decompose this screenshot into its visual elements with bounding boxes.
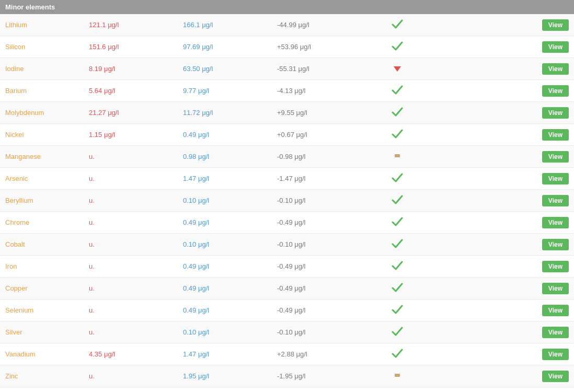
element-name: Zinc — [0, 365, 84, 387]
check-icon — [392, 348, 403, 359]
view-button[interactable]: View — [542, 173, 569, 185]
action-cell: View — [429, 124, 574, 146]
table-row: Manganeseu.0.98 μg/l-0.98 μg/l View — [0, 146, 574, 168]
value-2: 11.72 μg/l — [178, 102, 272, 124]
view-button[interactable]: View — [542, 261, 569, 272]
element-name: Beryllium — [0, 190, 84, 212]
table-row: Chromeu.0.49 μg/l-0.49 μg/l View — [0, 212, 574, 234]
value-1: u. — [84, 146, 178, 168]
svg-rect-2 — [395, 374, 400, 377]
minor-elements-table: Lithium121.1 μg/l166.1 μg/l-44.99 μg/l V… — [0, 14, 574, 392]
element-name: Barium — [0, 80, 84, 102]
status-icon — [366, 234, 429, 256]
check-icon — [392, 304, 403, 315]
action-cell: View — [429, 190, 574, 212]
action-cell: View — [429, 256, 574, 278]
action-cell: View — [429, 102, 574, 124]
difference: -0.10 μg/l — [272, 190, 366, 212]
difference: -0.98 μg/l — [272, 146, 366, 168]
value-2: 0.98 μg/l — [178, 146, 272, 168]
table-row: Iodine8.19 μg/l63.50 μg/l-55.31 μg/l Vie… — [0, 58, 574, 80]
difference: -0.49 μg/l — [272, 278, 366, 299]
view-button[interactable]: View — [542, 63, 569, 75]
value-1: u. — [84, 168, 178, 190]
value-1: u. — [84, 234, 178, 256]
view-button[interactable]: View — [542, 283, 569, 294]
svg-rect-1 — [395, 154, 400, 157]
check-icon — [392, 172, 403, 183]
view-button[interactable]: View — [542, 19, 569, 31]
check-icon — [392, 326, 403, 337]
difference: +2.88 μg/l — [272, 343, 366, 365]
value-2: 0.49 μg/l — [178, 256, 272, 278]
status-icon — [366, 256, 429, 278]
view-button[interactable]: View — [542, 239, 569, 250]
element-name: Iron — [0, 256, 84, 278]
action-cell: View — [429, 168, 574, 190]
element-name: Arsenic — [0, 168, 84, 190]
view-button[interactable]: View — [542, 41, 569, 53]
status-icon — [366, 190, 429, 212]
view-button[interactable]: View — [542, 349, 569, 360]
table-row: Barium5.64 μg/l9.77 μg/l-4.13 μg/l View — [0, 80, 574, 102]
value-2: 0.49 μg/l — [178, 299, 272, 321]
element-name: Selenium — [0, 299, 84, 321]
value-2: 97.69 μg/l — [178, 36, 272, 58]
table-row: Seleniumu.0.49 μg/l-0.49 μg/l View — [0, 299, 574, 321]
view-button[interactable]: View — [542, 85, 569, 97]
value-2: 9.77 μg/l — [178, 80, 272, 102]
value-1: u. — [84, 299, 178, 321]
table-row: Arsenicu.1.47 μg/l-1.47 μg/l View — [0, 168, 574, 190]
element-name: Silver — [0, 321, 84, 343]
value-2: 1.95 μg/l — [178, 365, 272, 387]
action-cell: View — [429, 278, 574, 299]
view-button[interactable]: View — [542, 129, 569, 141]
action-cell: View — [429, 80, 574, 102]
difference: -0.49 μg/l — [272, 212, 366, 234]
table-row: Ironu.0.49 μg/l-0.49 μg/l View — [0, 256, 574, 278]
value-1: u. — [84, 365, 178, 387]
element-name: Silicon — [0, 36, 84, 58]
action-cell: View — [429, 212, 574, 234]
value-2: 0.10 μg/l — [178, 190, 272, 212]
difference: +53.96 μg/l — [272, 36, 366, 58]
element-name: Iodine — [0, 58, 84, 80]
difference: -0.49 μg/l — [272, 387, 366, 393]
value-2: 1.47 μg/l — [178, 343, 272, 365]
element-name: Cobalt — [0, 234, 84, 256]
action-cell: View — [429, 365, 574, 387]
view-button[interactable]: View — [542, 195, 569, 206]
value-1: 121.1 μg/l — [84, 14, 178, 36]
value-2: 0.49 μg/l — [178, 278, 272, 299]
view-button[interactable]: View — [542, 151, 569, 163]
status-icon — [366, 365, 429, 387]
value-1: 8.19 μg/l — [84, 58, 178, 80]
action-cell: View — [429, 321, 574, 343]
difference: -0.10 μg/l — [272, 234, 366, 256]
neutral-icon — [392, 150, 403, 162]
check-icon — [392, 40, 403, 52]
check-icon — [392, 238, 403, 249]
difference: -1.47 μg/l — [272, 168, 366, 190]
status-icon — [366, 321, 429, 343]
section-title: Minor elements — [5, 3, 55, 11]
status-icon — [366, 14, 429, 36]
view-button[interactable]: View — [542, 327, 569, 338]
value-1: 4.35 μg/l — [84, 343, 178, 365]
action-cell: View — [429, 299, 574, 321]
value-2: 166.1 μg/l — [178, 14, 272, 36]
check-icon — [392, 194, 403, 205]
down-arrow-icon — [392, 62, 403, 74]
check-icon — [392, 282, 403, 293]
value-2: 1.47 μg/l — [178, 168, 272, 190]
view-button[interactable]: View — [542, 305, 569, 316]
check-icon — [392, 216, 403, 227]
view-button[interactable]: View — [542, 371, 569, 382]
view-button[interactable]: View — [542, 107, 569, 119]
value-1: 21.27 μg/l — [84, 102, 178, 124]
difference: -44.99 μg/l — [272, 14, 366, 36]
view-button[interactable]: View — [542, 217, 569, 228]
check-icon — [392, 106, 403, 118]
action-cell: View — [429, 58, 574, 80]
value-1: u. — [84, 190, 178, 212]
